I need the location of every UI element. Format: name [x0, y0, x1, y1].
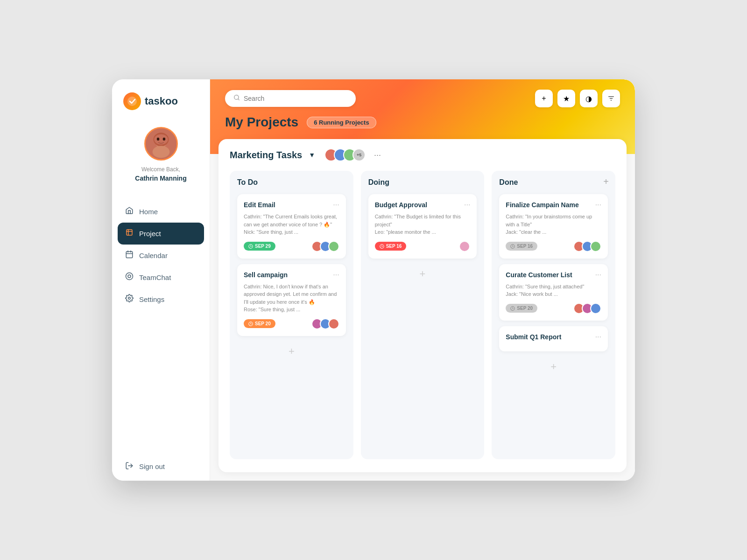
task-edit-email-date-label: SEP 29 [255, 244, 271, 249]
app-name: taskoo [145, 95, 178, 107]
task-edit-email-header: Edit Email ··· [244, 201, 339, 209]
column-doing: Doing Budget Approval ··· Cathrin: "The … [361, 171, 485, 459]
task-q1-title: Submit Q1 Report [506, 333, 561, 341]
column-doing-header: Doing [368, 178, 477, 187]
task-sell-date-label: SEP 20 [255, 321, 271, 326]
task-budget-menu[interactable]: ··· [464, 201, 470, 209]
task-budget-comment: Cathrin: "The Budget is limited for this… [375, 213, 471, 236]
task-finalize-date: SEP 16 [506, 242, 537, 251]
star-button[interactable]: ★ [557, 90, 575, 107]
add-todo-task-button[interactable]: + [237, 342, 346, 361]
task-edit-email-date: SEP 29 [244, 242, 275, 251]
task-curate-menu[interactable]: ··· [595, 271, 601, 279]
task-card-q1: Submit Q1 Report ··· [499, 326, 608, 351]
add-done-column-button[interactable]: + [603, 176, 609, 187]
svg-point-17 [128, 297, 131, 300]
task-curate-avatars [573, 303, 601, 314]
task-card-budget: Budget Approval ··· Cathrin: "The Budget… [368, 194, 477, 259]
add-doing-task-button[interactable]: + [368, 264, 477, 284]
task-edit-email-footer: SEP 29 [244, 241, 339, 252]
main-content: + ★ ◑ My Projects 6 Running Projects [210, 79, 635, 481]
avatar [144, 127, 178, 161]
task-budget-avatars [459, 241, 470, 252]
sidebar-item-calendar[interactable]: Calendar [112, 245, 210, 266]
add-button[interactable]: + [535, 90, 553, 107]
task-finalize-date-label: SEP 16 [517, 244, 533, 249]
svg-rect-11 [126, 252, 133, 258]
svg-point-7 [152, 146, 169, 158]
task-finalize-footer: SEP 16 [506, 241, 601, 252]
sidebar-logo: taskoo [112, 79, 210, 119]
board-title: Marketing Tasks [230, 150, 302, 161]
logo-icon [123, 92, 141, 110]
member-count-badge: +5 [352, 148, 366, 161]
board-container: Marketing Tasks ▼ +5 ··· To Do [218, 139, 627, 472]
board-avatar-group: +5 [324, 148, 366, 161]
running-badge: 6 Running Projects [307, 117, 376, 128]
column-todo-header: To Do [237, 178, 346, 187]
home-icon [125, 206, 134, 217]
column-doing-title: Doing [368, 178, 389, 187]
sidebar-item-settings[interactable]: Settings [112, 288, 210, 310]
task-avatar [590, 303, 601, 314]
task-curate-date: SEP 20 [506, 304, 537, 313]
theme-button[interactable]: ◑ [580, 90, 598, 107]
task-finalize-avatars [573, 241, 601, 252]
sidebar-item-home-label: Home [139, 208, 158, 216]
task-sell-date: SEP 20 [244, 319, 275, 328]
page-title: My Projects [225, 115, 298, 130]
search-input[interactable] [244, 95, 347, 102]
task-budget-date-label: SEP 16 [386, 244, 402, 249]
task-budget-date: SEP 16 [375, 242, 407, 251]
sidebar-item-project[interactable]: Project [118, 223, 204, 245]
sidebar-item-project-label: Project [139, 230, 161, 238]
svg-point-16 [128, 275, 131, 278]
running-label: Running Projects [319, 119, 369, 126]
search-bar[interactable] [225, 90, 356, 107]
main-header: + ★ ◑ [210, 79, 635, 115]
task-finalize-comment: Cathrin: "In your brainstorms come up wi… [506, 213, 601, 236]
sidebar-item-teamchat[interactable]: TeamChat [112, 266, 210, 288]
task-card-sell-campaign: Sell campaign ··· Cathrin: Nice, I don't… [237, 264, 346, 336]
column-done: Done + Finalize Campain Name ··· Cathrin… [492, 171, 615, 459]
sidebar-item-home[interactable]: Home [112, 201, 210, 223]
signout-button[interactable]: Sign out [112, 452, 210, 481]
task-card-edit-email: Edit Email ··· Cathrin: "The Current Ema… [237, 194, 346, 259]
board-header: Marketing Tasks ▼ +5 ··· [230, 148, 615, 161]
board-more-button[interactable]: ··· [374, 150, 381, 160]
filter-button[interactable] [602, 90, 620, 107]
kanban-board: To Do Edit Email ··· Cathrin: "The Curre… [230, 171, 615, 459]
task-budget-header: Budget Approval ··· [375, 201, 471, 209]
task-finalize-menu[interactable]: ··· [595, 201, 601, 209]
add-done-task-button[interactable]: + [499, 357, 608, 377]
signout-icon [125, 462, 134, 471]
running-count: 6 [314, 119, 317, 126]
task-curate-date-label: SEP 20 [517, 306, 533, 311]
svg-point-6 [162, 138, 165, 140]
board-dropdown[interactable]: ▼ [309, 151, 315, 159]
signout-label: Sign out [139, 462, 165, 470]
task-curate-header: Curate Customer List ··· [506, 271, 601, 279]
search-icon [233, 94, 240, 103]
task-card-curate: Curate Customer List ··· Cathrin: "Sure … [499, 264, 608, 321]
task-sell-avatars [311, 318, 339, 329]
task-edit-email-menu[interactable]: ··· [333, 201, 339, 209]
task-avatar [328, 318, 339, 329]
column-done-header: Done + [499, 178, 608, 187]
task-avatar [590, 241, 601, 252]
task-budget-footer: SEP 16 [375, 241, 471, 252]
task-budget-title: Budget Approval [375, 201, 427, 209]
app-window: taskoo Welcome Back, Cathrin Manning [112, 79, 635, 481]
task-q1-header: Submit Q1 Report ··· [506, 333, 601, 341]
task-avatar [459, 241, 470, 252]
project-icon [125, 228, 134, 239]
task-q1-menu[interactable]: ··· [595, 333, 601, 341]
column-todo-title: To Do [237, 178, 258, 187]
task-edit-email-title: Edit Email [244, 201, 275, 209]
calendar-icon [125, 250, 134, 261]
page-title-row: My Projects 6 Running Projects [210, 115, 635, 139]
svg-point-15 [126, 273, 133, 280]
welcome-text: Welcome Back, [141, 166, 180, 173]
task-edit-email-comment: Cathrin: "The Current Emails looks great… [244, 213, 339, 236]
task-sell-menu[interactable]: ··· [333, 271, 339, 279]
